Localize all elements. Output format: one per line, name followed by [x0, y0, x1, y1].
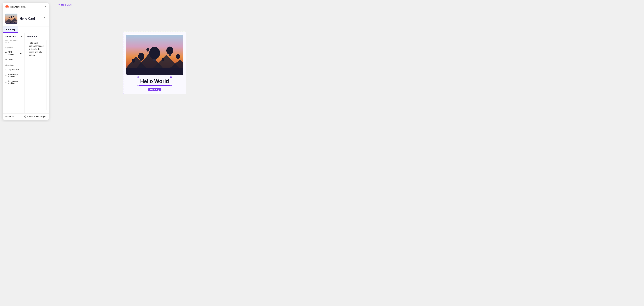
svg-rect-18: [126, 68, 183, 75]
svg-point-8: [25, 116, 26, 116]
svg-rect-24: [168, 54, 171, 56]
svg-line-12: [25, 116, 25, 117]
panel-header: 🦊 Relay for Figma ×: [3, 3, 49, 11]
cursor-icon: ▲: [19, 51, 22, 55]
interactions-section-label: Interactions: [3, 63, 24, 67]
add-parameter-button[interactable]: +: [21, 35, 22, 38]
relay-logo-icon: 🦊: [5, 5, 9, 8]
svg-point-5: [13, 16, 14, 17]
longpress-handler-label: longpress-handler: [8, 80, 22, 85]
share-label: Share with developer: [27, 116, 46, 118]
property-text-content-label: text-content: [8, 51, 18, 55]
gesture-icon-1: ☜: [5, 68, 8, 71]
svg-point-26: [132, 59, 135, 63]
component-thumbnail: Hello World: [5, 13, 18, 24]
close-icon[interactable]: ×: [44, 5, 46, 8]
svg-point-9: [24, 116, 25, 117]
component-preview: Hello World Hello Card ⋮: [3, 11, 49, 26]
handle-bl: [138, 85, 139, 86]
status-badge: No errors: [5, 116, 14, 118]
panel-left-sidebar: Parameters + Select a layer first to add…: [3, 33, 24, 113]
tap-handler-label: tap-handler: [9, 68, 19, 71]
share-icon: [24, 116, 26, 118]
balloon-scene-svg: [126, 35, 183, 75]
parameters-section: Parameters +: [3, 35, 24, 39]
more-options-icon[interactable]: ⋮: [43, 17, 46, 20]
svg-point-10: [25, 117, 26, 118]
svg-point-21: [138, 53, 144, 60]
property-text-content[interactable]: T text-content ▲: [3, 50, 24, 57]
summary-title: Summary: [27, 35, 46, 38]
tab-summary[interactable]: Summary: [3, 26, 18, 33]
card-title-text: Hello World: [140, 78, 169, 84]
relay-panel: 🦊 Relay for Figma ×: [3, 3, 49, 120]
gesture-icon-2: ☜: [5, 74, 7, 77]
canvas-label-text: Hello Card: [61, 3, 72, 6]
canvas-card-container: Hello World Hug × Hug: [123, 32, 186, 94]
panel-right-content: Summary Hello Card component used to dis…: [24, 33, 49, 113]
interaction-doubletap-handler[interactable]: ☜ doubletap-handler: [3, 72, 24, 79]
hug-badge: Hug × Hug: [148, 88, 161, 91]
canvas-area: ✦ Hello Card: [52, 0, 258, 122]
parameters-hint: Select a layer first to add a: [3, 39, 24, 45]
interactions-section: Interactions ☜ tap-handler ☜ doubletap-h…: [3, 63, 24, 86]
thumb-label: Hello World: [5, 22, 18, 23]
properties-section-label: Properties: [3, 45, 24, 50]
svg-rect-20: [153, 59, 156, 61]
svg-point-23: [166, 46, 173, 55]
handle-tl: [138, 76, 139, 78]
tabs-row: Summary: [3, 26, 49, 33]
canvas-component-label: ✦ Hello Card: [58, 3, 72, 6]
svg-point-19: [149, 47, 160, 59]
gesture-icon-3: ☜: [5, 81, 7, 84]
text-icon: T: [5, 52, 7, 54]
panel-footer: No errors Share with developer: [3, 113, 49, 120]
doubletap-handler-label: doubletap-handler: [8, 73, 22, 78]
share-button[interactable]: Share with developer: [24, 116, 46, 118]
svg-point-27: [162, 58, 164, 61]
color-icon: ◈: [5, 58, 8, 60]
svg-line-11: [25, 117, 25, 117]
card-title-area: Hello World: [138, 77, 172, 86]
svg-point-3: [10, 16, 12, 18]
panel-content: Parameters + Select a layer first to add…: [3, 33, 49, 113]
svg-point-28: [146, 48, 150, 52]
component-name: Hello Card: [20, 17, 35, 20]
property-color-label: color: [9, 58, 13, 60]
panel-title: Relay for Figma: [10, 5, 26, 8]
card-image: [126, 35, 183, 75]
handle-br: [170, 85, 172, 86]
svg-point-6: [15, 18, 16, 19]
panel-header-left: 🦊 Relay for Figma: [5, 5, 26, 8]
interaction-longpress-handler[interactable]: ☜ longpress-handler: [3, 79, 24, 86]
svg-rect-22: [140, 60, 142, 61]
handle-tr: [170, 76, 172, 78]
parameters-label: Parameters: [5, 35, 16, 38]
summary-textarea[interactable]: Hello Card component used to display the…: [27, 40, 46, 111]
interaction-tap-handler[interactable]: ☜ tap-handler: [3, 67, 24, 72]
property-color[interactable]: ◈ color: [3, 57, 24, 61]
svg-point-7: [8, 18, 8, 19]
svg-point-4: [8, 17, 10, 18]
diamond-icon: ✦: [58, 3, 60, 6]
svg-point-25: [176, 54, 180, 59]
